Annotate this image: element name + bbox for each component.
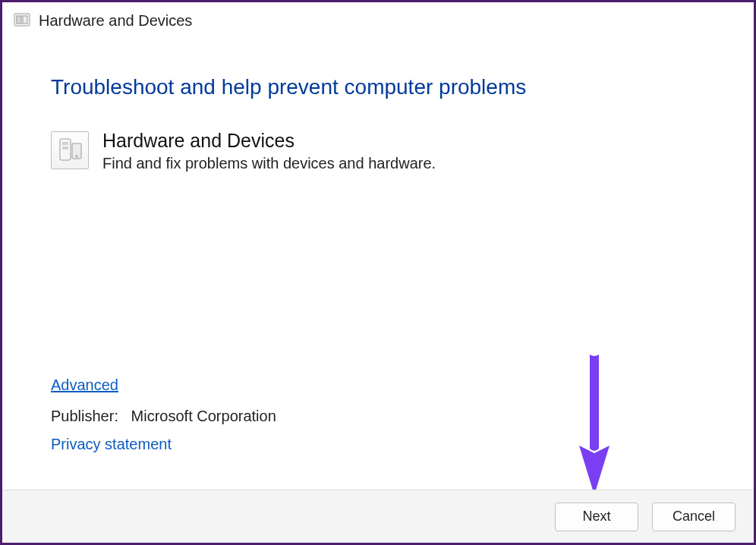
- advanced-link[interactable]: Advanced: [51, 376, 118, 394]
- next-button[interactable]: Next: [555, 502, 638, 531]
- annotation-arrow-icon: [564, 354, 625, 499]
- svg-rect-1: [17, 16, 21, 24]
- links-block: Advanced Publisher: Microsoft Corporatio…: [51, 376, 276, 467]
- content-area: Troubleshoot and help prevent computer p…: [51, 48, 723, 195]
- page-heading: Troubleshoot and help prevent computer p…: [51, 75, 723, 99]
- cancel-button[interactable]: Cancel: [652, 502, 736, 531]
- hardware-icon: [51, 131, 89, 169]
- window-title: Hardware and Devices: [39, 12, 192, 30]
- category-description: Find and fix problems with devices and h…: [102, 155, 436, 172]
- category-row: Hardware and Devices Find and fix proble…: [51, 130, 723, 172]
- publisher-row: Publisher: Microsoft Corporation: [51, 408, 276, 425]
- publisher-value: Microsoft Corporation: [131, 408, 276, 424]
- titlebar: Hardware and Devices: [2, 2, 754, 33]
- troubleshooter-window: Hardware and Devices Troubleshoot and he…: [0, 0, 756, 545]
- category-title: Hardware and Devices: [102, 130, 436, 152]
- publisher-label: Publisher:: [51, 408, 118, 424]
- privacy-link[interactable]: Privacy statement: [51, 436, 172, 453]
- dialog-footer: Next Cancel: [2, 490, 754, 543]
- svg-rect-4: [62, 142, 68, 145]
- svg-rect-5: [62, 146, 68, 150]
- category-text: Hardware and Devices Find and fix proble…: [102, 130, 436, 172]
- window-icon: [13, 11, 31, 30]
- svg-rect-2: [23, 16, 27, 24]
- svg-point-7: [75, 155, 78, 158]
